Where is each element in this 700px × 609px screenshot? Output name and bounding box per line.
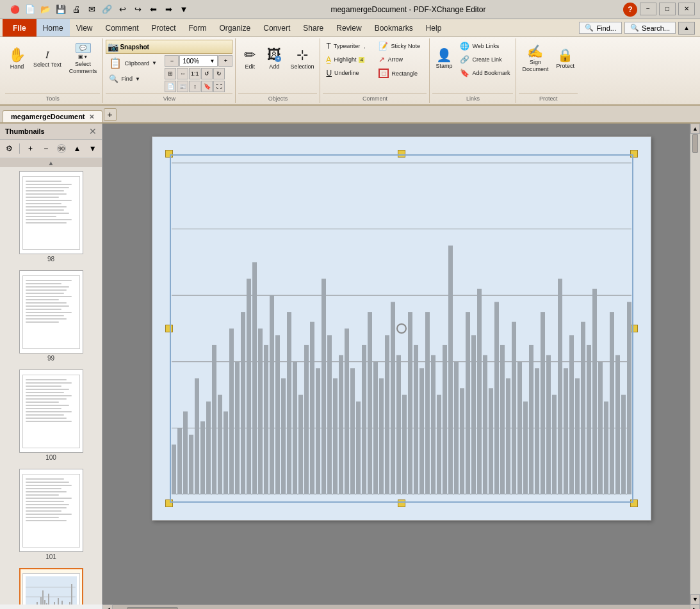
svg-rect-85 [460,388,464,494]
scroll-thumb[interactable] [692,134,698,153]
search-btn[interactable]: 🔍 Search... [624,22,676,34]
thumb-remove-btn[interactable]: − [40,142,53,156]
thumb-up-btn[interactable]: ▲ [70,142,83,156]
rotate-left-btn[interactable]: ↺ [201,68,213,79]
thumb-scroll-up[interactable]: ▲ [0,158,102,167]
h-scroll-left[interactable]: ◀ [102,605,113,609]
help-btn[interactable]: ? [623,3,637,17]
links-col: 🌐 Web Links 🔗 Create Link 🔖 Add Bookmark [457,40,513,79]
save-btn[interactable]: 💾 [54,3,68,17]
menu-form[interactable]: Form [183,19,213,37]
thumb-page-99[interactable]: 99 [3,269,99,363]
bookmarks-view-btn[interactable]: 🔖 [201,81,213,92]
fit-page-btn[interactable]: ⊞ [165,68,176,79]
find-btn[interactable]: 🔍 Find... [579,22,622,34]
web-links-btn[interactable]: 🌐 Web Links [457,40,513,53]
full-screen-btn[interactable]: ⛶ [213,81,225,92]
menu-share[interactable]: Share [297,19,330,37]
menu-comment[interactable]: Comment [99,19,145,37]
rectangle-btn[interactable]: □ Rectangle [375,67,427,80]
hand-tool-btn[interactable]: ✋ Hand [5,40,29,78]
maximize-btn[interactable]: □ [659,3,676,15]
zoom-in-btn[interactable]: + [218,55,232,67]
protect-btn[interactable]: 🔒 Protect [553,40,578,78]
protect-icon: 🔒 [557,49,573,61]
print-btn[interactable]: 🖨 [69,3,83,17]
fit-width-btn[interactable]: ↔ [177,68,188,79]
sel-handle-tc[interactable] [398,150,405,158]
redo-btn[interactable]: ↪ [131,3,145,17]
add-bookmark-btn[interactable]: 🔖 Add Bookmark [457,67,513,79]
sel-handle-br[interactable] [630,499,638,507]
select-text-btn[interactable]: 𝐼 Select Text [30,40,65,78]
typewriter-btn[interactable]: T Typewriter , [323,40,374,53]
menu-protect[interactable]: Protect [145,19,183,37]
selection-btn[interactable]: ⊹ Selection [287,40,317,78]
scroll-btn[interactable]: ↕ [189,81,200,92]
sign-document-btn[interactable]: ✍ SignDocument [519,40,551,78]
find-small-btn[interactable]: 🔍 Find ▼ [106,72,163,85]
sel-handle-bl[interactable] [165,499,173,507]
thumb-down-btn[interactable]: ▼ [86,142,99,156]
single-page-btn[interactable]: 📄 [165,81,176,92]
thumb-page-102[interactable]: 102 [3,567,99,605]
thumb-add-btn[interactable]: + [24,142,37,156]
add-tab-btn[interactable]: + [104,108,117,121]
minimize-btn[interactable]: − [640,3,656,15]
thumb-page-101[interactable]: 101 [3,467,99,562]
actual-size-btn[interactable]: 1:1 [189,68,200,79]
svg-rect-7 [33,605,34,605]
menu-help[interactable]: Help [419,19,448,37]
zoom-out-btn[interactable]: − [165,55,179,67]
menu-bookmarks[interactable]: Bookmarks [368,19,419,37]
scroll-down-arrow[interactable]: ▼ [690,594,700,605]
arrow-btn[interactable]: ↗ Arrow [375,53,427,66]
underline-btn[interactable]: U Underline [323,67,374,79]
menu-home[interactable]: Home [37,19,70,37]
create-link-btn[interactable]: 🔗 Create Link [457,53,513,66]
email-btn[interactable]: ✉ [85,3,99,17]
sticky-note-btn[interactable]: 📝 Sticky Note [375,40,427,53]
svg-rect-69 [368,312,372,494]
thumb-input-btn[interactable]: 90 [55,142,68,156]
typewriter-dropdown[interactable]: , [364,44,365,49]
undo-btn[interactable]: ↩ [115,3,129,17]
menu-organize[interactable]: Organize [213,19,257,37]
new-btn[interactable]: 📄 [23,3,37,17]
sel-handle-tl[interactable] [165,150,173,158]
stamp-btn[interactable]: 👤 Stamp [432,40,455,78]
thumb-page-100[interactable]: 100 [3,368,99,462]
scroll-up-arrow[interactable]: ▲ [690,124,700,134]
clipboard-btn[interactable]: 📋 Clipboard ▼ [106,55,163,71]
doc-tab-close[interactable]: ✕ [89,113,94,120]
back-btn[interactable]: ⬅ [146,3,160,17]
app-icon: 🔴 [8,3,22,17]
forward-btn[interactable]: ➡ [161,3,175,17]
share-btn[interactable]: 🔗 [100,3,114,17]
two-page-btn[interactable]: 📰 [177,81,188,92]
search-icon: 🔍 [630,24,639,32]
highlight-btn[interactable]: A̲ Highlight 4 [323,53,374,66]
close-btn[interactable]: ✕ [678,3,695,15]
underline-icon: U [326,69,332,77]
select-comments-btn[interactable]: 💬 ▣ ▼ SelectComments [66,40,101,78]
sel-handle-tr[interactable] [630,150,638,158]
edit-btn[interactable]: ✏ Edit [238,40,261,78]
doc-area[interactable]: ▲ ▼ [102,124,700,605]
rotate-right-btn[interactable]: ↻ [213,68,225,79]
menu-review[interactable]: Review [330,19,368,37]
qa-dropdown[interactable]: ▼ [177,3,191,17]
svg-rect-87 [471,335,476,494]
sel-handle-bc[interactable] [398,499,405,507]
menu-convert[interactable]: Convert [257,19,297,37]
add-btn[interactable]: 🖼 + Add [263,40,286,78]
doc-tab-main[interactable]: megamergeDocument ✕ [3,110,102,122]
menu-view[interactable]: View [70,19,99,37]
ribbon-collapse-btn[interactable]: ▲ [678,22,695,35]
thumb-settings-btn[interactable]: ⚙ [3,142,15,156]
zoom-combo[interactable]: 100% ▼ [179,55,218,67]
thumbnails-close-btn[interactable]: ✕ [89,126,97,136]
menu-file[interactable]: File [3,19,37,37]
thumb-page-98[interactable]: 98 [3,170,99,264]
open-btn[interactable]: 📂 [38,3,53,17]
